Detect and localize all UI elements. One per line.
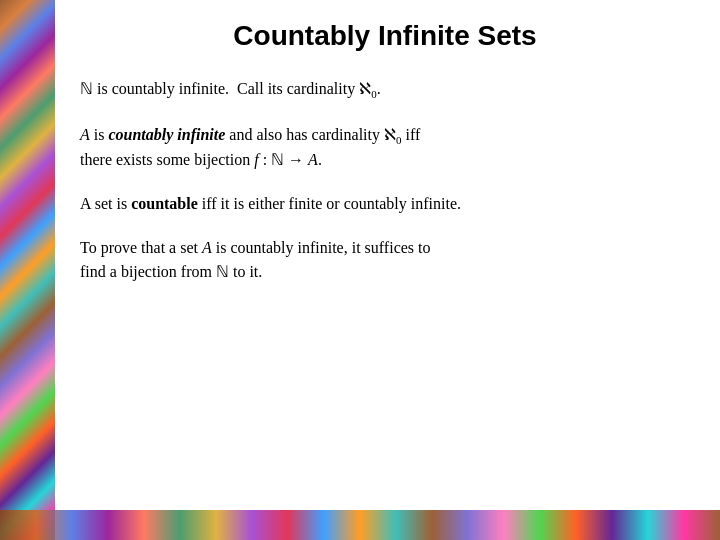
paragraph-2: A is countably infinite and also has car… — [80, 123, 690, 173]
natural-numbers-symbol: ℕ — [80, 80, 93, 97]
set-A-italic: A — [80, 126, 90, 143]
countable-bold: countable — [131, 195, 198, 212]
decorative-border-left — [0, 0, 55, 540]
paragraph-1: ℕ is countably infinite. Call its cardin… — [80, 77, 690, 103]
main-content: Countably Infinite Sets ℕ is countably i… — [55, 0, 720, 510]
aleph-symbol-2: ℵ — [384, 126, 396, 143]
page-title: Countably Infinite Sets — [80, 20, 690, 52]
set-A-italic-3: A — [202, 239, 212, 256]
set-A-italic-2: A — [308, 151, 318, 168]
function-f-italic: f — [254, 151, 258, 168]
arrow-symbol: → — [288, 151, 304, 168]
paragraph-3: A set is countable iff it is either fini… — [80, 192, 690, 216]
countably-infinite-bold-italic: countably infinite — [108, 126, 225, 143]
decorative-border-bottom — [0, 510, 720, 540]
aleph-symbol: ℵ — [359, 80, 371, 97]
natural-numbers-symbol-3: ℕ — [216, 263, 229, 280]
natural-numbers-symbol-2: ℕ — [271, 151, 284, 168]
paragraph-4: To prove that a set A is countably infin… — [80, 236, 690, 284]
